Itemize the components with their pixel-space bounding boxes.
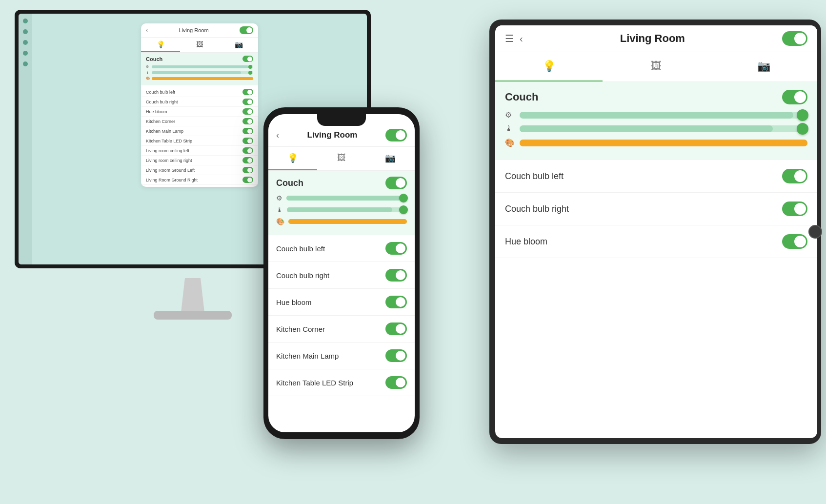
phone-toggle-couch-bulb-right[interactable] xyxy=(385,269,407,282)
tablet-toggle-couch-bulb-left[interactable] xyxy=(782,169,807,183)
monitor-device-ground-right: Living Room Ground Right xyxy=(141,175,258,185)
phone-tabs: 💡 🖼 📷 xyxy=(268,147,415,171)
monitor-toggle-kitchen-main-lamp[interactable] xyxy=(242,128,253,134)
monitor-device-list: Couch bulb left Couch bulb right Hue blo… xyxy=(141,85,258,187)
phone-screen: ‹ Living Room 💡 🖼 📷 Couch ⚙ xyxy=(268,114,415,432)
phone-back-button[interactable]: ‹ xyxy=(276,130,279,141)
sidebar-icon-3 xyxy=(23,40,28,45)
monitor-temperature-track[interactable] xyxy=(152,71,253,74)
tablet-device-list: Couch bulb left Couch bulb right Hue blo… xyxy=(495,160,817,258)
tablet-device-name-couch-bulb-right: Couch bulb right xyxy=(505,204,569,214)
phone-slider-brightness: ⚙ xyxy=(276,194,407,202)
phone-device-hue-bloom: Hue bloom xyxy=(268,289,415,316)
monitor-toggle-ceiling-right[interactable] xyxy=(242,157,253,163)
monitor-device-name-kitchen-main-lamp: Kitchen Main Lamp xyxy=(146,129,183,134)
monitor-main-toggle[interactable] xyxy=(240,26,253,34)
phone-slider-temperature: 🌡 xyxy=(276,206,407,214)
monitor-couch-toggle[interactable] xyxy=(242,56,253,62)
tablet-home-button[interactable] xyxy=(808,225,822,239)
monitor-tabs: 💡 🖼 📷 xyxy=(141,38,258,53)
monitor-couch-header: Couch xyxy=(146,56,253,62)
tablet-device-hue-bloom: Hue bloom xyxy=(495,225,817,258)
tablet-menu-icon[interactable]: ☰ xyxy=(505,33,514,44)
phone-toggle-couch-bulb-left[interactable] xyxy=(385,242,407,255)
phone-brightness-icon: ⚙ xyxy=(276,194,282,202)
monitor-color-track[interactable] xyxy=(152,77,253,80)
tablet-toggle-couch-bulb-right[interactable] xyxy=(782,202,807,216)
monitor-toggle-couch-bulb-left[interactable] xyxy=(242,89,253,95)
phone-device-list: Couch bulb left Couch bulb right Hue blo… xyxy=(268,235,415,396)
tablet-couch-toggle[interactable] xyxy=(782,90,807,104)
tablet-tab-lights[interactable]: 💡 xyxy=(495,52,603,81)
monitor-toggle-kitchen-led[interactable] xyxy=(242,138,253,144)
monitor-device-name-ceiling-right: Living room ceiling right xyxy=(146,158,192,163)
monitor-device-ceiling-right: Living room ceiling right xyxy=(141,156,258,165)
tablet-couch-title: Couch xyxy=(505,91,538,103)
monitor-device-name-ground-right: Living Room Ground Right xyxy=(146,178,198,182)
monitor-device-name-hue-bloom: Hue bloom xyxy=(146,109,167,114)
monitor-device-name-kitchen-corner: Kitchen Corner xyxy=(146,119,175,124)
monitor-toggle-couch-bulb-right[interactable] xyxy=(242,99,253,105)
monitor-device-couch-bulb-right: Couch bulb right xyxy=(141,97,258,107)
phone-toggle-kitchen-led[interactable] xyxy=(385,376,407,389)
tablet-device-name-couch-bulb-left: Couch bulb left xyxy=(505,171,564,181)
monitor-tab-scenes[interactable]: 🖼 xyxy=(180,38,219,52)
brightness-icon: ⚙ xyxy=(146,65,150,69)
tablet: ☰ ‹ Living Room 💡 🖼 📷 Couch ⚙ xyxy=(489,20,821,444)
phone-color-icon: 🎨 xyxy=(276,218,284,225)
phone-couch-section: Couch ⚙ 🌡 xyxy=(268,171,415,235)
tablet-toggle-hue-bloom[interactable] xyxy=(782,234,807,249)
monitor-toggle-ceiling-left[interactable] xyxy=(242,147,253,154)
phone-tab-scenes[interactable]: 🖼 xyxy=(317,147,366,170)
phone-device-name-couch-bulb-right: Couch bulb right xyxy=(276,271,329,280)
monitor-stand xyxy=(173,278,212,312)
phone-tab-video[interactable]: 📷 xyxy=(366,147,415,170)
tablet-back-button[interactable]: ‹ xyxy=(520,33,523,44)
phone-tab-lights[interactable]: 💡 xyxy=(268,147,317,170)
monitor-slider-temperature: 🌡 xyxy=(146,71,253,75)
tablet-brightness-icon: ⚙ xyxy=(505,110,515,120)
monitor-toggle-ground-right[interactable] xyxy=(242,177,253,183)
phone-device-couch-bulb-right: Couch bulb right xyxy=(268,262,415,289)
tablet-brightness-track[interactable] xyxy=(520,112,807,119)
phone-color-track[interactable] xyxy=(288,219,407,224)
phone-device-name-kitchen-corner: Kitchen Corner xyxy=(276,325,325,333)
phone-shell: ‹ Living Room 💡 🖼 📷 Couch ⚙ xyxy=(263,107,420,439)
phone-device-kitchen-main-lamp: Kitchen Main Lamp xyxy=(268,343,415,369)
tablet-tab-video[interactable]: 📷 xyxy=(710,52,817,81)
tablet-tab-scenes[interactable]: 🖼 xyxy=(603,52,710,81)
monitor-device-name-couch-bulb-right: Couch bulb right xyxy=(146,100,178,104)
monitor-device-kitchen-main-lamp: Kitchen Main Lamp xyxy=(141,126,258,136)
phone-couch-toggle[interactable] xyxy=(385,177,407,189)
monitor-app-header: ‹ Living Room xyxy=(141,23,258,38)
phone-toggle-kitchen-main-lamp[interactable] xyxy=(385,349,407,362)
phone-notch xyxy=(317,114,366,126)
color-icon: 🎨 xyxy=(146,77,150,81)
tablet-couch-section: Couch ⚙ 🌡 xyxy=(495,82,817,160)
tablet-color-track[interactable] xyxy=(520,140,807,146)
phone-temperature-track[interactable] xyxy=(287,207,407,212)
monitor-device-name-kitchen-led: Kitchen Table LED Strip xyxy=(146,139,192,143)
tablet-app-title: Living Room xyxy=(523,32,782,45)
phone-slider-color: 🎨 xyxy=(276,218,407,225)
phone-device-kitchen-corner: Kitchen Corner xyxy=(268,316,415,343)
tablet-main-toggle[interactable] xyxy=(782,31,807,46)
phone-device-name-couch-bulb-left: Couch bulb left xyxy=(276,244,325,253)
monitor-toggle-kitchen-corner[interactable] xyxy=(242,118,253,124)
phone-brightness-track[interactable] xyxy=(286,196,407,201)
monitor-tab-video[interactable]: 📷 xyxy=(219,38,258,52)
monitor-device-name-ground-left: Living Room Ground Left xyxy=(146,168,195,173)
monitor-tab-lights[interactable]: 💡 xyxy=(141,38,180,52)
phone-toggle-kitchen-corner[interactable] xyxy=(385,323,407,335)
phone-temperature-icon: 🌡 xyxy=(276,206,283,214)
phone-main-toggle[interactable] xyxy=(385,129,407,141)
tablet-temperature-track[interactable] xyxy=(520,125,807,132)
phone-device-name-kitchen-led: Kitchen Table LED Strip xyxy=(276,379,353,387)
monitor-brightness-track[interactable] xyxy=(152,65,253,68)
phone-device-name-hue-bloom: Hue bloom xyxy=(276,298,312,306)
phone-toggle-hue-bloom[interactable] xyxy=(385,296,407,308)
tablet-couch-header: Couch xyxy=(505,90,807,104)
monitor-toggle-ground-left[interactable] xyxy=(242,167,253,173)
monitor-toggle-hue-bloom[interactable] xyxy=(242,108,253,115)
monitor-back-button[interactable]: ‹ xyxy=(146,27,148,34)
